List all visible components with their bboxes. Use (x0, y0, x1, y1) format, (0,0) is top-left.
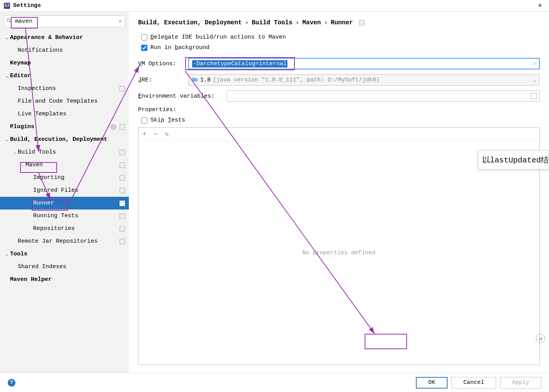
sidebar: × ⌄Appearance & BehaviorNotificationsKey… (0, 12, 129, 373)
tree-item-running-tests[interactable]: Running Tests (0, 210, 129, 222)
scope-badge-icon (120, 150, 125, 155)
tree-item-label: Maven (25, 162, 118, 168)
tree-item-label: Shared Indexes (18, 264, 125, 270)
delegate-label[interactable]: DDelegate IDE build/run actions to Maven… (150, 34, 286, 41)
tree-item-label: Inspections (18, 85, 118, 92)
scope-badge-icon (120, 86, 125, 91)
vm-options-label: VM Options: (138, 61, 188, 67)
tree-item-label: Maven Helper (10, 276, 125, 283)
close-icon[interactable]: × (535, 2, 545, 10)
background-checkbox[interactable] (141, 45, 147, 51)
tree-item-remote-jar-repositories[interactable]: Remote Jar Repositories (0, 235, 129, 248)
tree-item-label: Tools (10, 251, 125, 257)
chevron-icon: ⌄ (19, 162, 25, 168)
tree-item-shared-indexes[interactable]: Shared Indexes (0, 260, 129, 273)
tree-item-label: File and Code Templates (18, 98, 125, 105)
cancel-button[interactable]: Cancel (451, 377, 496, 389)
tree-item-label: Editor (10, 73, 125, 79)
tree-item-plugins[interactable]: Plugins (0, 120, 129, 133)
chevron-icon: ⌄ (4, 137, 10, 142)
tree-item-ignored-files[interactable]: Ignored Files (0, 184, 129, 197)
chevron-icon: ⌄ (4, 73, 10, 79)
tree-item-label: Runner (33, 200, 118, 206)
tree-item-label: Plugins (10, 123, 110, 130)
chevron-icon: ⌄ (4, 251, 10, 257)
tree-item-label: Importing (33, 174, 118, 181)
settings-tree: ⌄Appearance & BehaviorNotificationsKeyma… (0, 31, 129, 373)
tree-item-maven[interactable]: ⌄Maven (0, 159, 129, 171)
skip-tests-checkbox[interactable] (141, 117, 147, 123)
vm-options-value: -DarchetypeCatalog=internal (192, 60, 287, 68)
breadcrumb-item: Runner (331, 19, 353, 26)
folder-icon (192, 76, 198, 84)
tree-item-editor[interactable]: ⌄Editor (0, 69, 129, 82)
ok-button[interactable]: OK (416, 377, 448, 389)
scope-badge-icon (120, 175, 125, 181)
tooltip-fragment: 以lastUpdated结 (478, 150, 549, 169)
scope-badge-icon (120, 239, 125, 244)
window-title: Settings (13, 2, 535, 9)
list-icon[interactable] (531, 93, 537, 99)
scope-badge-icon (120, 188, 125, 193)
scope-badge-icon (359, 20, 365, 25)
breadcrumb-item[interactable]: Build Tools (252, 19, 292, 26)
titlebar: IJ Settings × (0, 0, 549, 12)
remove-property-button[interactable]: − (154, 130, 158, 138)
scope-badge-icon (120, 226, 125, 231)
scope-badge-icon (120, 213, 125, 219)
scope-badge-icon (120, 124, 125, 130)
tree-item-file-and-code-templates[interactable]: File and Code Templates (0, 95, 129, 108)
search-box: × (4, 15, 125, 27)
tree-item-inspections[interactable]: Inspections (0, 82, 129, 95)
jre-detail: (java version "1.8.0_111", path: D:/MySo… (213, 77, 380, 83)
search-icon (6, 18, 12, 25)
tree-item-build-execution-deployment[interactable]: ⌄Build, Execution, Deployment (0, 133, 129, 146)
svg-line-1 (10, 21, 11, 23)
apply-button[interactable]: Apply (500, 377, 541, 389)
vm-options-input[interactable]: -DarchetypeCatalog=internal ⤢ (188, 58, 540, 69)
scope-badge-icon (120, 201, 125, 206)
footer: ? OK Cancel Apply (0, 373, 549, 392)
help-button[interactable]: ? (8, 379, 15, 387)
tree-item-label: Build Tools (18, 149, 118, 155)
tree-item-runner[interactable]: Runner (0, 197, 129, 210)
expand-icon[interactable]: ⤢ (533, 61, 537, 67)
reset-icon[interactable]: ↺ (536, 334, 545, 343)
background-label[interactable]: Run in background (150, 44, 209, 51)
breadcrumb-item[interactable]: Build, Execution, Deployment (138, 19, 242, 26)
tree-item-appearance-behavior[interactable]: ⌄Appearance & Behavior (0, 31, 129, 44)
tree-item-maven-helper[interactable]: Maven Helper (0, 273, 129, 286)
tree-item-notifications[interactable]: Notifications (0, 44, 129, 57)
properties-empty-text: No properties defined (139, 141, 539, 365)
clear-search-icon[interactable]: × (118, 18, 122, 25)
edit-property-button[interactable]: ✎ (165, 130, 169, 139)
env-vars-input[interactable] (227, 90, 540, 102)
jre-label: JRE: (138, 77, 188, 83)
jre-select[interactable]: 1.8 (java version "1.8.0_111", path: D:/… (188, 74, 540, 86)
svg-point-0 (7, 19, 10, 22)
app-icon: IJ (4, 3, 10, 9)
tree-item-keymap[interactable]: Keymap (0, 57, 129, 69)
add-property-button[interactable]: + (142, 130, 147, 138)
skip-tests-label[interactable]: Skip Tests (150, 117, 185, 123)
breadcrumb-item[interactable]: Maven (302, 19, 321, 26)
tree-item-importing[interactable]: Importing (0, 171, 129, 184)
jre-version: 1.8 (200, 77, 211, 83)
tree-item-label: Ignored Files (33, 187, 118, 194)
scope-badge-icon (120, 162, 125, 168)
tree-item-repositories[interactable]: Repositories (0, 222, 129, 235)
main-panel: Build, Execution, Deployment›Build Tools… (129, 12, 549, 373)
chevron-icon: ⌄ (12, 149, 18, 155)
tree-item-label: Remote Jar Repositories (18, 238, 118, 245)
tree-item-tools[interactable]: ⌄Tools (0, 248, 129, 260)
search-input[interactable] (4, 15, 125, 27)
tree-item-build-tools[interactable]: ⌄Build Tools (0, 146, 129, 159)
tree-item-live-templates[interactable]: Live Templates (0, 108, 129, 120)
tree-item-label: Live Templates (18, 111, 125, 117)
properties-label: Properties: (138, 106, 540, 113)
update-badge-icon (110, 124, 117, 130)
delegate-checkbox[interactable] (141, 34, 147, 41)
tree-item-label: Running Tests (33, 213, 118, 219)
tree-item-label: Keymap (10, 60, 125, 66)
chevron-icon: ⌄ (4, 35, 10, 41)
